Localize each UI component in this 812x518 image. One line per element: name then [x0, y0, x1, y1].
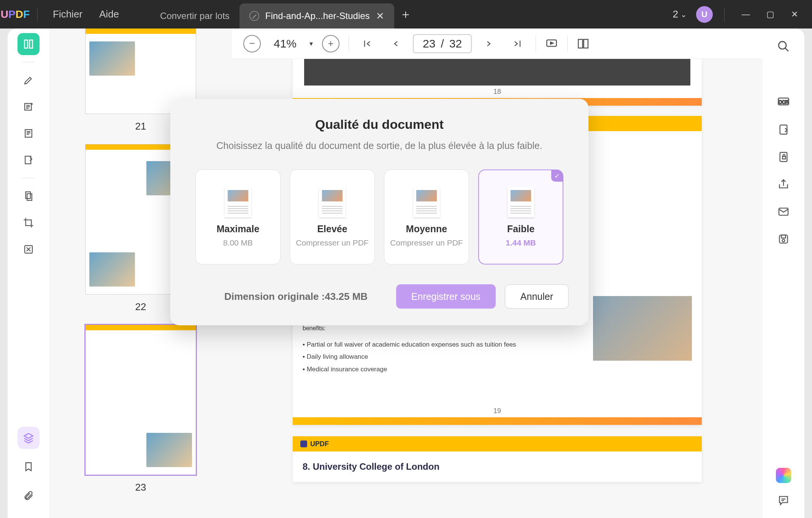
modal-title: Qualité du document	[190, 117, 569, 132]
quality-label: Elevée	[317, 223, 347, 234]
selected-check-icon: ✓	[551, 170, 563, 182]
quality-option-low[interactable]: ✓ Faible 1.44 MB	[478, 169, 563, 265]
original-size-label: Dimension originale :43.25 MB	[190, 291, 368, 303]
cancel-button[interactable]: Annuler	[505, 284, 569, 309]
modal-subtitle: Choisissez la qualité du document de sor…	[190, 140, 569, 151]
quality-sub: Compresser un PDF	[390, 238, 463, 247]
quality-sub: Compresser un PDF	[296, 238, 368, 247]
quality-size: 1.44 MB	[506, 238, 536, 247]
modal-footer: Dimension originale :43.25 MB Enregistre…	[190, 284, 569, 309]
quality-label: Maximale	[217, 223, 260, 234]
quality-preview-icon	[508, 187, 534, 217]
quality-options: Maximale 8.00 MB Elevée Compresser un PD…	[190, 169, 569, 265]
quality-option-maximum[interactable]: Maximale 8.00 MB	[195, 169, 281, 265]
quality-preview-icon	[413, 187, 440, 217]
quality-label: Faible	[507, 223, 534, 234]
modal-overlay: Qualité du document Choisissez la qualit…	[0, 0, 812, 518]
quality-option-high[interactable]: Elevée Compresser un PDF	[290, 169, 375, 265]
quality-option-medium[interactable]: Moyenne Compresser un PDF	[384, 169, 469, 265]
quality-preview-icon	[225, 187, 251, 217]
quality-preview-icon	[319, 187, 346, 217]
quality-size: 8.00 MB	[223, 238, 253, 247]
document-quality-modal: Qualité du document Choisissez la qualit…	[170, 99, 588, 325]
save-as-button[interactable]: Enregistrer sous	[396, 284, 496, 309]
quality-label: Moyenne	[406, 223, 447, 234]
